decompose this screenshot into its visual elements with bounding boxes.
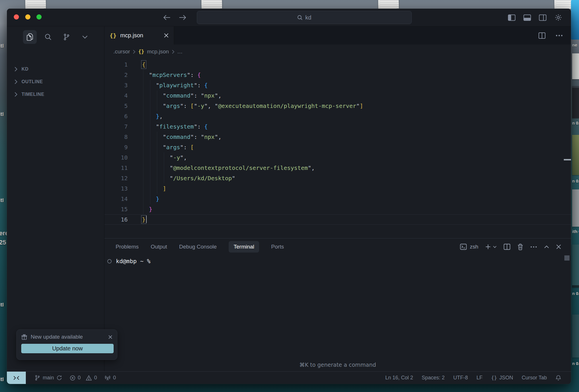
desktop-thumbnail[interactable] <box>572 189 579 227</box>
code-line-13[interactable]: 13 ] <box>104 183 571 194</box>
toggle-primary-sidebar-icon[interactable] <box>508 14 516 21</box>
cursor-position-status[interactable]: Ln 16, Col 2 <box>385 375 413 381</box>
breadcrumb-more[interactable]: … <box>177 48 183 55</box>
code-line-7[interactable]: 7 "filesystem": { <box>104 121 571 132</box>
sync-icon[interactable] <box>56 375 62 381</box>
desktop-thumbnail[interactable] <box>572 86 579 118</box>
toggle-secondary-sidebar-icon[interactable] <box>539 14 547 21</box>
breadcrumb-folder[interactable]: .cursor <box>113 48 130 55</box>
ports-status[interactable]: 0 <box>104 375 116 381</box>
tab-bar: {} mcp.json <box>104 26 571 44</box>
split-terminal-icon[interactable] <box>504 244 510 250</box>
kill-terminal-icon[interactable] <box>517 244 523 250</box>
section-label: TIMELINE <box>22 92 44 97</box>
command-center-search[interactable]: kd <box>197 11 412 24</box>
search-icon[interactable] <box>41 30 55 44</box>
tab-problems[interactable]: Problems <box>116 244 139 250</box>
desktop-thumbnail[interactable] <box>572 135 579 175</box>
desktop-file-label: itl <box>0 197 7 203</box>
close-notification-icon[interactable] <box>108 335 112 339</box>
code-line-2[interactable]: 2 "mcpServers": { <box>104 70 571 80</box>
zoom-window-button[interactable] <box>36 14 42 20</box>
chevron-right-icon <box>14 79 18 84</box>
code-line-5[interactable]: 5 "args": ["-y", "@executeautomation/pla… <box>104 101 571 111</box>
code-line-15[interactable]: 15 } <box>104 204 571 214</box>
sidebar-item-kd[interactable]: KD <box>14 67 28 72</box>
source-control-icon[interactable] <box>60 30 73 44</box>
cursor-tab-status[interactable]: Cursor Tab <box>522 375 547 381</box>
desktop-thumbnail[interactable] <box>572 53 579 79</box>
editor-area: {} mcp.json .cursor {} mcp.json … <box>104 26 571 371</box>
line-number: 4 <box>104 90 128 101</box>
new-terminal-button[interactable] <box>485 244 497 250</box>
terminal-prompt-line[interactable]: kd@mbp ~ % <box>107 257 150 265</box>
maximize-panel-icon[interactable] <box>544 245 549 249</box>
tab-label: mcp.json <box>120 32 143 39</box>
breadcrumb-file[interactable]: mcp.json <box>147 48 169 55</box>
close-panel-icon[interactable] <box>556 244 561 249</box>
code-line-1[interactable]: 1{ <box>104 59 571 70</box>
code-line-6[interactable]: 6 }, <box>104 111 571 121</box>
tab-ports[interactable]: Ports <box>271 244 284 250</box>
encoding-status[interactable]: UTF-8 <box>453 375 468 381</box>
code-line-12[interactable]: 12 "/Users/kd/Desktop" <box>104 173 571 183</box>
back-icon[interactable] <box>163 14 171 21</box>
code-line-14[interactable]: 14 } <box>104 194 571 204</box>
notifications-bell-icon[interactable] <box>555 375 561 381</box>
toggle-panel-icon[interactable] <box>523 14 531 21</box>
search-value: kd <box>305 14 311 21</box>
sidebar-item-outline[interactable]: OUTLINE <box>14 79 43 84</box>
forward-icon[interactable] <box>179 14 186 21</box>
titlebar[interactable]: kd <box>7 9 571 26</box>
settings-gear-icon[interactable] <box>554 13 562 22</box>
breadcrumb[interactable]: .cursor {} mcp.json … <box>104 44 571 59</box>
close-window-button[interactable] <box>14 14 19 20</box>
remote-icon <box>13 376 20 380</box>
split-editor-icon[interactable] <box>538 32 546 39</box>
desktop-thumbnail[interactable] <box>572 315 579 358</box>
tab-mcp-json[interactable]: {} mcp.json <box>104 26 174 44</box>
desktop-thumbnail[interactable] <box>572 244 579 288</box>
terminal-scrollbar-thumb[interactable] <box>564 255 570 261</box>
code-line-3[interactable]: 3 "playwright": { <box>104 80 571 90</box>
code-editor[interactable]: 1{2 "mcpServers": {3 "playwright": {4 "c… <box>104 59 571 238</box>
indentation-status[interactable]: Spaces: 2 <box>422 375 445 381</box>
explorer-icon[interactable] <box>23 30 37 44</box>
eol-status[interactable]: LF <box>477 375 483 381</box>
more-actions-icon[interactable] <box>530 246 537 248</box>
code-line-4[interactable]: 4 "command": "npx", <box>104 90 571 101</box>
line-text: "-y", <box>128 152 187 163</box>
desktop-file-label: n 0... <box>572 178 579 183</box>
tab-output[interactable]: Output <box>151 244 167 250</box>
search-icon <box>297 15 303 20</box>
code-line-16[interactable]: 16} <box>104 214 571 225</box>
app-window: kd <box>7 9 571 384</box>
remote-indicator[interactable] <box>7 372 26 384</box>
git-branch-status[interactable]: main <box>34 375 62 381</box>
chevron-down-icon[interactable] <box>78 30 92 44</box>
minimize-window-button[interactable] <box>25 14 30 20</box>
update-now-button[interactable]: Update now <box>21 344 114 353</box>
language-status[interactable]: {} JSON <box>491 375 513 381</box>
close-tab-icon[interactable] <box>164 33 169 38</box>
chevron-right-icon <box>14 67 18 72</box>
tab-terminal[interactable]: Terminal <box>229 241 259 253</box>
line-text: "command": "npx", <box>128 90 222 101</box>
code-line-10[interactable]: 10 "-y", <box>104 152 571 163</box>
code-line-11[interactable]: 11 "@modelcontextprotocol/server-filesys… <box>104 163 571 173</box>
line-text: }, <box>128 111 163 121</box>
desktop-document-icon[interactable] <box>25 0 46 9</box>
more-actions-icon[interactable] <box>555 34 563 37</box>
code-line-8[interactable]: 8 "command": "npx", <box>104 132 571 142</box>
update-notification: New update available Update now <box>16 329 117 360</box>
desktop-document-icon[interactable] <box>378 0 399 9</box>
line-number: 2 <box>104 70 128 80</box>
problems-status[interactable]: 0 0 <box>70 375 97 381</box>
editor-scrollbar-thumb[interactable] <box>564 159 571 160</box>
shell-selector[interactable]: zsh <box>460 244 478 250</box>
sidebar-item-timeline[interactable]: TIMELINE <box>14 92 44 97</box>
code-line-9[interactable]: 9 "args": [ <box>104 142 571 152</box>
tab-debug-console[interactable]: Debug Console <box>179 244 217 250</box>
desktop-document-icon[interactable] <box>201 0 222 9</box>
notification-title: New update available <box>31 334 83 340</box>
